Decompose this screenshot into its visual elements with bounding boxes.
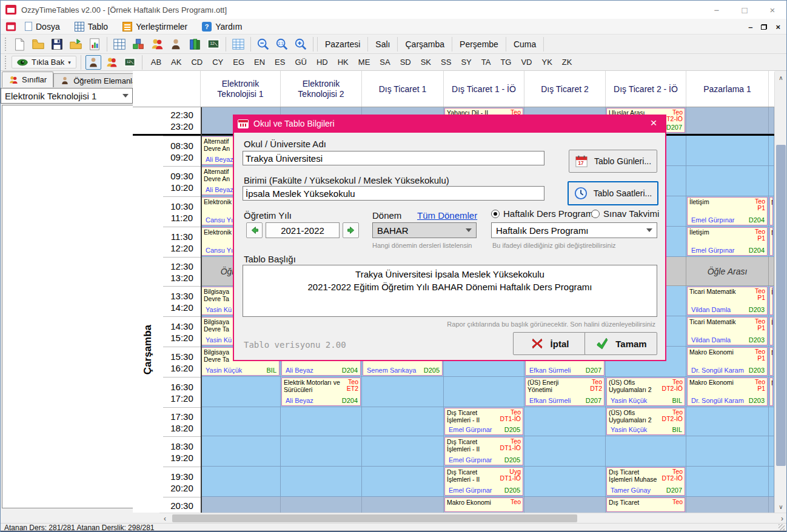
classes-button[interactable] bbox=[149, 36, 166, 53]
zoom-out-button[interactable] bbox=[255, 36, 272, 53]
initials-button-ta[interactable]: TA bbox=[477, 56, 495, 68]
mdi-close-button[interactable]: × bbox=[775, 22, 780, 32]
schedule-slot[interactable] bbox=[281, 436, 362, 467]
dialog-titlebar[interactable]: Okul ve Tablo Bilgileri × bbox=[233, 115, 666, 133]
schedule-slot[interactable]: Dış Ticaret İşlemleri - IITeo DT1-İÖEmel… bbox=[444, 436, 524, 467]
window-maximize-button[interactable]: □ bbox=[731, 1, 759, 19]
schedule-slot[interactable] bbox=[686, 467, 769, 497]
schedule-slot[interactable]: Makro EkonomiTeo P1Dr. Songül KaramD203 bbox=[686, 377, 769, 407]
schedule-slot[interactable] bbox=[606, 436, 686, 467]
schedule-slot[interactable]: Dış Ticaret İşlemleri MuhaseTeo DT2-İÖTa… bbox=[606, 467, 686, 497]
schedule-slot[interactable] bbox=[362, 407, 444, 436]
course-cell[interactable]: (ÜS) Ofis Uygulamaları 2Teo DT2-İÖYasin … bbox=[606, 408, 685, 435]
course-cell-partial[interactable]: M bbox=[769, 377, 773, 406]
schedule-slot[interactable]: İ bbox=[769, 316, 774, 347]
initials-button-ak[interactable]: AK bbox=[167, 56, 186, 68]
schedule-slot[interactable]: Dış Ticaret İşlemleri - IIUyg DT1-İÖEmel… bbox=[444, 467, 524, 497]
course-cell[interactable]: (ÜS) Ofis Uygulamaları 2Teo DT2-İÖYasin … bbox=[606, 377, 685, 406]
initials-button-me[interactable]: ME bbox=[354, 56, 375, 68]
initials-button-ss[interactable]: SS bbox=[437, 56, 455, 68]
column-header[interactable]: Dış Ticaret 1 bbox=[362, 71, 444, 107]
schedule-title-select[interactable]: Haftalık Ders Programı bbox=[491, 222, 657, 238]
vertical-scroll-thumb[interactable] bbox=[776, 145, 786, 466]
schedule-slot[interactable]: Makro EkonomiTeo P1Dr. Songül KaramD203 bbox=[686, 347, 769, 377]
table-title-textarea[interactable]: Trakya Üniversitesi İpsala Meslek Yüksek… bbox=[243, 265, 657, 317]
schedule-slot[interactable]: İletişimTeo P1Emel GürpınarD204 bbox=[686, 196, 769, 227]
column-header[interactable]: Dış Ticaret 2 bbox=[524, 71, 606, 107]
schedule-slot[interactable] bbox=[686, 436, 769, 467]
all-terms-link[interactable]: Tüm Dönemler bbox=[417, 210, 477, 221]
initials-button-yk[interactable]: YK bbox=[538, 56, 557, 68]
schedule-slot[interactable]: Ticari MatematikTeo P1Vildan DamlaD203 bbox=[686, 286, 769, 316]
schedule-slot[interactable]: M bbox=[769, 347, 774, 377]
weekly-schedule-radio[interactable]: Haftalık Ders Programı bbox=[491, 208, 596, 219]
day-button-cuma[interactable]: Cuma bbox=[506, 37, 544, 52]
ok-button[interactable]: Tamam bbox=[584, 332, 657, 355]
course-cell[interactable]: Ticari MatematikTeo P1Vildan DamlaD203 bbox=[687, 287, 768, 315]
column-header[interactable]: Elektronik Teknolojisi 2 bbox=[281, 71, 362, 107]
course-cell-partial[interactable]: M bbox=[769, 347, 773, 376]
schedule-slot[interactable] bbox=[686, 136, 769, 166]
course-cell[interactable]: Dış Ticaret İşlemleri - IIUyg DT1-İÖEmel… bbox=[444, 467, 523, 496]
import-file-button[interactable] bbox=[67, 36, 84, 53]
mdi-restore-button[interactable] bbox=[761, 24, 767, 30]
initials-button-sk[interactable]: SK bbox=[417, 56, 435, 68]
cancel-button[interactable]: İptal bbox=[513, 332, 586, 355]
schedule-slot[interactable] bbox=[686, 107, 769, 134]
scroll-left-arrow[interactable]: ‹ bbox=[159, 513, 170, 524]
initials-button-es[interactable]: ES bbox=[270, 56, 289, 68]
window-minimize-button[interactable]: − bbox=[703, 1, 731, 19]
initials-button-vd[interactable]: VD bbox=[517, 56, 536, 68]
day-button-salı[interactable]: Salı bbox=[368, 37, 398, 52]
mdi-minimize-button[interactable]: – bbox=[748, 22, 752, 32]
year-next-button[interactable] bbox=[343, 222, 359, 238]
zoom-reset-button[interactable]: 1:1 bbox=[273, 36, 290, 53]
window-close-button[interactable]: × bbox=[759, 1, 786, 19]
schedule-slot[interactable] bbox=[444, 377, 524, 407]
schedule-slot[interactable] bbox=[201, 377, 281, 407]
initials-button-cy[interactable]: CY bbox=[208, 56, 227, 68]
horizontal-scrollbar[interactable]: ‹ › bbox=[159, 513, 787, 523]
column-header[interactable]: Dış Ticaret 1 - İÖ bbox=[444, 71, 524, 107]
menu-tablo[interactable]: Tablo bbox=[69, 20, 114, 33]
column-header[interactable]: Elektronik Teknolojisi 1 bbox=[201, 71, 281, 107]
table-hours-button[interactable]: Tablo Saatleri... bbox=[568, 181, 658, 205]
course-cell[interactable]: Dış TicaretTeo bbox=[606, 497, 685, 512]
scroll-up-arrow[interactable]: ∧ bbox=[775, 72, 787, 84]
report-button[interactable] bbox=[86, 36, 103, 53]
schedule-slot[interactable]: (ÜS) Enerji YönetimiTeo DT2Efkan Sürmeli… bbox=[524, 377, 606, 407]
schedule-slot[interactable] bbox=[524, 407, 606, 436]
course-cell[interactable]: Elektrik Motorları ve SürücüleriTeo ET2A… bbox=[281, 377, 361, 406]
initials-button-sd[interactable]: SD bbox=[396, 56, 415, 68]
vertical-scrollbar[interactable]: ∧ ∨ bbox=[774, 72, 786, 513]
schedule-slot[interactable]: (ÜS) Ofis Uygulamaları 2Teo DT2-İÖYasin … bbox=[606, 407, 686, 436]
course-cell-partial[interactable]: İ bbox=[769, 287, 773, 315]
term-select[interactable]: BAHAR bbox=[372, 222, 477, 238]
course-cell[interactable]: Makro EkonomiTeo P1Dr. Songül KaramD203 bbox=[687, 347, 768, 376]
course-cell[interactable]: Ticari MatematikTeo P1Vildan DamlaD203 bbox=[687, 317, 768, 345]
initials-button-zk[interactable]: ZK bbox=[558, 56, 577, 68]
menu-yerlestirmeler[interactable]: Yerleştirmeler bbox=[116, 20, 193, 33]
day-button-perşembe[interactable]: Perşembe bbox=[452, 37, 506, 52]
schedule-slot[interactable] bbox=[362, 497, 444, 513]
courses-button[interactable] bbox=[186, 36, 203, 53]
course-cell[interactable]: Dış Ticaret İşlemleri - IITeo DT1-İÖEmel… bbox=[444, 408, 523, 435]
schedule-slot[interactable]: Dış TicaretTeo bbox=[606, 497, 686, 513]
schedule-slot[interactable] bbox=[201, 467, 281, 497]
zoom-in-button[interactable] bbox=[292, 36, 309, 53]
classroom-view-button[interactable]: 12 bbox=[122, 55, 138, 70]
initials-button-ab[interactable]: AB bbox=[147, 56, 166, 68]
course-cell-partial[interactable]: M bbox=[769, 197, 773, 225]
initials-button-tg[interactable]: TG bbox=[496, 56, 515, 68]
course-cell-partial[interactable]: İ bbox=[769, 317, 773, 345]
schedule-slot[interactable]: İ bbox=[769, 286, 774, 316]
save-button[interactable] bbox=[49, 36, 65, 53]
course-cell[interactable]: Dış Ticaret İşlemleri - IITeo DT1-İÖEmel… bbox=[444, 437, 523, 465]
initials-button-en[interactable]: EN bbox=[250, 56, 269, 68]
schedule-slot[interactable] bbox=[686, 497, 769, 513]
schedule-slot[interactable]: Makro EkonomiTeo bbox=[444, 497, 524, 513]
schedule-slot[interactable] bbox=[201, 497, 281, 513]
column-header[interactable]: Dış Ticaret 2 - İÖ bbox=[606, 71, 686, 107]
course-cell[interactable]: (ÜS) Enerji YönetimiTeo DT2Efkan Sürmeli… bbox=[525, 377, 604, 406]
teacher-view-button[interactable] bbox=[85, 55, 101, 70]
